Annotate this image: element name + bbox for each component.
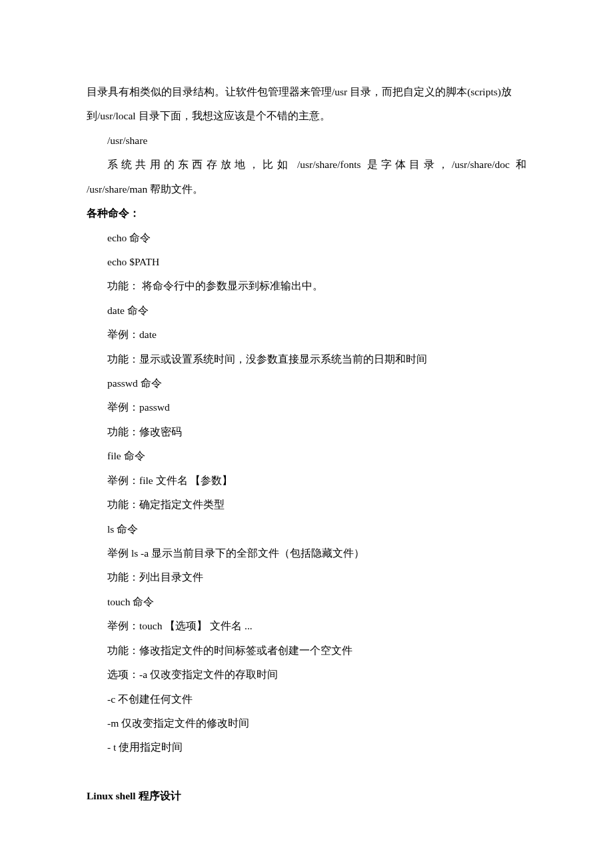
paragraph-usr-share: /usr/share xyxy=(87,129,526,153)
blank-line xyxy=(87,760,526,784)
cmd-ls-example: 举例 ls -a 显示当前目录下的全部文件（包括隐藏文件） xyxy=(87,541,526,565)
cmd-ls-name: ls 命令 xyxy=(87,517,526,541)
cmd-echo-example: echo $PATH xyxy=(87,250,526,274)
heading-linux-shell: Linux shell 程序设计 xyxy=(87,784,526,808)
cmd-touch-func: 功能：修改指定文件的时间标签或者创建一个空文件 xyxy=(87,639,526,663)
document-page: 目录具有相类似的目录结构。让软件包管理器来管理/usr 目录，而把自定义的脚本(… xyxy=(0,0,613,862)
heading-commands: 各种命令： xyxy=(87,201,526,225)
cmd-file-func: 功能：确定指定文件类型 xyxy=(87,493,526,517)
cmd-date-name: date 命令 xyxy=(87,299,526,323)
cmd-date-func: 功能：显示或设置系统时间，没参数直接显示系统当前的日期和时间 xyxy=(87,347,526,371)
paragraph-intro: 目录具有相类似的目录结构。让软件包管理器来管理/usr 目录，而把自定义的脚本(… xyxy=(87,80,526,129)
cmd-touch-opt-c: -c 不创建任何文件 xyxy=(87,687,526,711)
cmd-file-name: file 命令 xyxy=(87,444,526,468)
cmd-touch-example: 举例：touch 【选项】 文件名 ... xyxy=(87,614,526,638)
cmd-date-example: 举例：date xyxy=(87,323,526,347)
cmd-echo-name: echo 命令 xyxy=(87,226,526,250)
cmd-passwd-name: passwd 命令 xyxy=(87,371,526,395)
cmd-touch-opt-t: - t 使用指定时间 xyxy=(87,735,526,759)
cmd-echo-func: 功能： 将命令行中的参数显示到标准输出中。 xyxy=(87,274,526,298)
cmd-touch-opt-a: 选项：-a 仅改变指定文件的存取时间 xyxy=(87,663,526,687)
paragraph-share-desc-1: 系统共用的东西存放地，比如 /usr/share/fonts 是字体目录，/us… xyxy=(87,153,526,177)
cmd-touch-name: touch 命令 xyxy=(87,590,526,614)
cmd-passwd-func: 功能：修改密码 xyxy=(87,420,526,444)
cmd-ls-func: 功能：列出目录文件 xyxy=(87,565,526,589)
cmd-passwd-example: 举例：passwd xyxy=(87,395,526,419)
cmd-touch-opt-m: -m 仅改变指定文件的修改时间 xyxy=(87,711,526,735)
paragraph-share-desc-2: /usr/share/man 帮助文件。 xyxy=(87,177,526,201)
cmd-file-example: 举例：file 文件名 【参数】 xyxy=(87,469,526,493)
